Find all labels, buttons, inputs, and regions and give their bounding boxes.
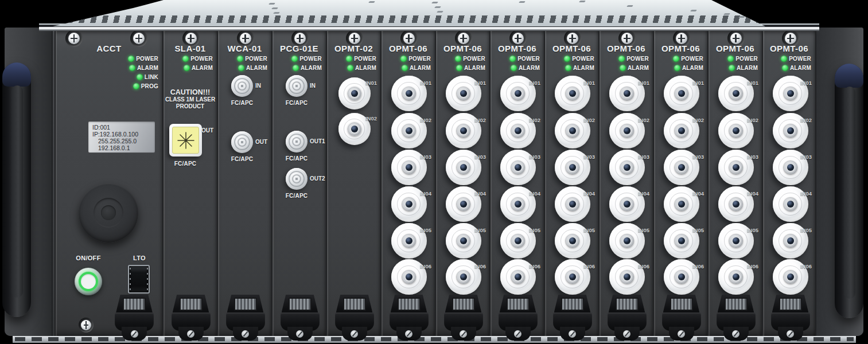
power-led (400, 56, 407, 62)
port-label: IN05 (800, 227, 812, 233)
led-row: ALARM (218, 63, 271, 72)
port-label: IN02 (365, 115, 377, 122)
port-label: IN06 (692, 263, 704, 269)
rack-handle-right[interactable] (835, 64, 863, 318)
sfp-port[interactable] (128, 265, 150, 294)
port-hole (460, 273, 467, 280)
port-label: IN05 (583, 227, 595, 233)
lever-screw (242, 330, 249, 338)
port-label: IN01 (474, 80, 486, 86)
port-hole (624, 273, 630, 280)
lever-grip-ribs (779, 298, 802, 311)
screw-slot (787, 38, 794, 40)
screw-slot (406, 38, 412, 40)
led-row: ALARM (763, 63, 815, 72)
module-5-opmt-06: OPMT-06POWERALARMIN01IN02IN03IN04IN05IN0… (380, 31, 435, 336)
ejector-lever[interactable] (717, 295, 756, 341)
vent-hole (579, 1, 586, 2)
led-row: POWER (436, 54, 489, 63)
led-label: POWER (190, 56, 213, 62)
port-label: IN01 (365, 80, 377, 86)
power-button[interactable] (75, 268, 102, 295)
module-1-sla-01: SLA-01POWERALARMCAUTION!!!CLASS 1M LASER… (162, 31, 217, 336)
ejector-lever[interactable] (499, 295, 538, 341)
port-label: IN02 (747, 117, 758, 123)
module-title: OPMT-06 (382, 44, 435, 53)
lcd-line: 192.168.0.1 (92, 144, 155, 151)
ejector-lever[interactable] (335, 295, 374, 341)
lcd-display: ID:001IP:192.168.0.100255.255.255.0192.1… (88, 122, 155, 153)
port-hole (569, 164, 576, 171)
power-led (673, 56, 679, 62)
led-label: POWER (245, 56, 267, 62)
ejector-lever[interactable] (172, 295, 211, 341)
led-label: POWER (572, 56, 594, 62)
power-led (781, 56, 787, 62)
ejector-lever[interactable] (226, 295, 265, 341)
lever-screw (296, 330, 303, 338)
port-label: IN04 (800, 190, 812, 197)
led-row: ALARM (273, 63, 326, 72)
vent-slots (57, 15, 782, 23)
led-block: POWERALARM (763, 54, 815, 72)
port-label: IN01 (583, 80, 595, 86)
jog-knob[interactable] (79, 183, 138, 243)
lever-grip-ribs (507, 298, 530, 311)
connector-type-label: FC/APC (219, 100, 265, 106)
power-led (509, 56, 516, 62)
alarm-led (129, 65, 135, 71)
port-hole (460, 127, 467, 134)
rack-chassis-front: ACCTPOWERALARMLINKPROGID:001IP:192.168.0… (0, 0, 868, 344)
port-label: IN04 (583, 190, 595, 197)
port-label: IN04 (420, 190, 431, 197)
ejector-lever[interactable] (771, 295, 810, 341)
connector-type-label: FC/APC (274, 100, 320, 106)
panel-thumbscrew-bottom[interactable] (79, 318, 94, 333)
alarm-led (511, 65, 517, 71)
port-hole (569, 201, 576, 208)
lever-screw (405, 330, 412, 338)
led-label: POWER (681, 56, 703, 62)
led-block: POWERALARM (327, 54, 380, 72)
led-block: POWERALARM (654, 54, 707, 72)
led-row: ALARM (491, 63, 544, 72)
port-hole (515, 127, 521, 134)
fc-port-out2 (286, 168, 308, 190)
lever-screw (569, 330, 576, 338)
port-hole (460, 201, 467, 208)
port-label: IN03 (529, 154, 540, 160)
rack-handle-left[interactable] (2, 62, 31, 317)
module-title: OPMT-06 (545, 44, 598, 53)
alarm-led (782, 65, 788, 71)
ejector-lever[interactable] (115, 295, 154, 341)
module-title: OPMT-06 (763, 44, 815, 53)
port-hole (406, 127, 412, 134)
led-label: ALARM (790, 65, 811, 71)
lever-grip (445, 295, 482, 313)
led-label: POWER (463, 56, 485, 62)
port-hole (787, 127, 794, 134)
ejector-lever[interactable] (662, 295, 701, 341)
ejector-lever[interactable] (444, 295, 483, 341)
port-label: IN03 (474, 154, 486, 160)
prog-led (133, 83, 139, 89)
lever-grip (609, 295, 645, 313)
port-label: IN04 (529, 190, 540, 197)
led-block: POWERALARM (382, 54, 435, 72)
port-label: IN04 (474, 190, 486, 197)
ejector-lever[interactable] (608, 295, 647, 341)
alarm-led (565, 65, 571, 71)
led-label: ALARM (137, 65, 158, 71)
port-label: IN01 (692, 80, 704, 86)
port-hole (515, 201, 521, 208)
ejector-lever[interactable] (553, 295, 592, 341)
port-label: IN04 (638, 190, 649, 197)
ejector-lever[interactable] (390, 295, 429, 341)
module-7-opmt-06: OPMT-06POWERALARMIN01IN02IN03IN04IN05IN0… (489, 31, 544, 336)
ejector-lever[interactable] (281, 295, 320, 341)
caution-line: CAUTION!!! (164, 88, 217, 96)
lever-grip (173, 295, 209, 313)
led-row: POWER (218, 54, 271, 63)
alarm-led (729, 65, 735, 71)
caution-line: PRODUCT (164, 103, 217, 110)
